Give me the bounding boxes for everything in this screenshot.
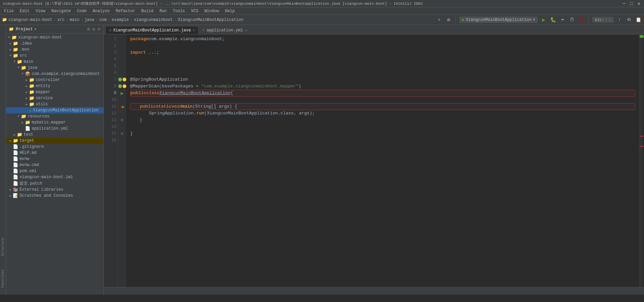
com-crumb[interactable]: com — [99, 18, 107, 22]
tab-application-yml[interactable]: Y application.yml ✕ — [199, 26, 251, 34]
tree-item-resources[interactable]: ▼📁resources — [6, 113, 104, 119]
example-crumb[interactable]: example — [112, 18, 128, 22]
main-crumb[interactable]: main — [70, 18, 80, 22]
project-icon: 📁 — [2, 17, 7, 22]
tree-item-scratches[interactable]: ▶📝Scratches and Consoles — [6, 193, 104, 199]
tree-item-mvnwcmd[interactable]: 📄mvnw.cmd — [6, 162, 104, 168]
favorites-label[interactable]: Favorites — [1, 270, 5, 288]
menu-item-vcs[interactable]: VCS — [188, 8, 201, 14]
tree-item-java[interactable]: ▼📁java — [6, 65, 104, 71]
tree-label-test: test — [24, 132, 33, 137]
update-button[interactable]: ↑ — [616, 16, 623, 24]
gutter-cell-9[interactable]: ▶ — [119, 90, 125, 97]
menu-item-navigate[interactable]: Navigate — [49, 8, 74, 14]
jump-to-source-button[interactable]: ⚡ — [435, 16, 443, 24]
tree-item-mvn[interactable]: ▶📁.mvn — [6, 47, 104, 53]
tree-label-java: java — [28, 65, 37, 70]
tree-item-idea[interactable]: ▶📁.idea — [6, 40, 104, 47]
tree-item-mapper[interactable]: ▶📁mapper — [6, 89, 104, 95]
gutter-cell-7[interactable]: 🟢🟡 — [119, 76, 125, 83]
java-crumb[interactable]: java — [85, 18, 94, 22]
tree-item-com[interactable]: ▼📦com.example.xiangcunmainboot — [6, 71, 104, 77]
menu-item-tools[interactable]: Tools — [170, 8, 188, 14]
tree-label-mainapp: XiangcunMainBootApplication — [33, 108, 98, 113]
tree-item-entity[interactable]: ▶📁entity — [6, 83, 104, 89]
tab-yaml-close[interactable]: ✕ — [245, 28, 247, 32]
menu-item-window[interactable]: Window — [202, 8, 222, 14]
tree-item-appyml[interactable]: 📄application.yml — [6, 126, 104, 132]
run-config-dropdown[interactable]: ▾ — [533, 17, 535, 22]
gutter-cell-15[interactable]: ⊟ — [119, 130, 125, 137]
coverage-button[interactable]: ☂ — [559, 16, 566, 24]
editor-content[interactable]: 12345678910111213141516 🟢🟡🟢🟡▶●▶⊟⊟ packag… — [104, 34, 644, 287]
tree-label-pomxml: pom.xml — [20, 169, 36, 173]
line-num-12: 12 — [107, 110, 116, 117]
tree-item-mybatis[interactable]: ▶📁mybatis.mapper — [6, 119, 104, 126]
tree-item-mainapp[interactable]: ☕XiangcunMainBootApplication — [6, 107, 104, 113]
class-crumb[interactable]: XiangcunMainBootApplication — [178, 18, 243, 22]
menu-item-file[interactable]: File — [1, 8, 17, 14]
gutter-cell-8[interactable]: 🟢🟡 — [119, 83, 125, 90]
collapse-all-icon[interactable]: ⊟ — [87, 26, 90, 32]
code-line-8: @MapperScan(basePackages = "com.example.… — [130, 83, 635, 90]
annotate-button[interactable]: 📋 — [635, 16, 642, 24]
tree-item-xiangcun[interactable]: 📄xiangcun-main-boot.iml — [6, 174, 104, 180]
menu-item-code[interactable]: Code — [74, 8, 89, 14]
line-num-8: 8 — [107, 83, 116, 90]
run-configuration[interactable]: ▶ XiangcunMainBootApplication ▾ — [459, 17, 538, 23]
code-area[interactable]: package com.example.xiangcunmainboot;imp… — [126, 34, 639, 287]
close-button[interactable]: ✕ — [637, 1, 641, 6]
menu-item-view[interactable]: View — [33, 8, 48, 14]
debug-button[interactable]: 🐛 — [549, 16, 557, 24]
toolbar: 📁 xiangcun-main-boot › src › main › java… — [0, 15, 644, 25]
tree-item-pomxml[interactable]: 📄pom.xml — [6, 168, 104, 174]
tree-arrow-mvn: ▶ — [9, 48, 12, 51]
tree-item-root[interactable]: ▼📁xiangcun-main-boot — [6, 34, 104, 40]
tab-main-java[interactable]: J XiangcunMainBootApplication.java ✕ — [105, 26, 199, 34]
pkg-crumb[interactable]: xiangcunmainboot — [134, 18, 173, 22]
tree-item-utils[interactable]: ▶📁utils — [6, 101, 104, 107]
project-dropdown-icon[interactable]: ▾ — [34, 27, 36, 31]
tree-label-xiangcun: xiangcun-main-boot.iml — [20, 175, 73, 180]
stop-button[interactable]: ■ — [578, 16, 585, 24]
menu-item-edit[interactable]: Edit — [17, 8, 32, 14]
run-button[interactable]: ▶ — [540, 16, 547, 24]
tree-item-test[interactable]: ▶📁test — [6, 132, 104, 138]
settings-button[interactable]: ⚙ — [445, 16, 452, 24]
tree-item-helpmd[interactable]: 📄HELP.md — [6, 150, 104, 156]
tree-item-controller[interactable]: ▶📁controller — [6, 77, 104, 83]
tree-item-patch[interactable]: 📄提交.patch — [6, 180, 104, 187]
tree-item-service[interactable]: ▶📁service — [6, 95, 104, 101]
menu-item-run[interactable]: Run — [157, 8, 170, 14]
gutter-cell-11[interactable]: ●▶ — [119, 103, 125, 110]
tree-item-mvnw[interactable]: 📄mvnw — [6, 156, 104, 162]
menu-item-build[interactable]: Build — [139, 8, 156, 14]
line-numbers: 12345678910111213141516 — [104, 34, 118, 287]
line-num-4: 4 — [107, 56, 116, 63]
profile-button[interactable]: ⏱ — [568, 16, 576, 24]
git-indicator[interactable]: Git: ✓ ↓ — [592, 17, 614, 23]
menu-item-analyze[interactable]: Analyze — [90, 8, 112, 14]
project-name[interactable]: xiangcun-main-boot — [8, 18, 52, 22]
right-gutter[interactable] — [639, 34, 644, 287]
breakpoint-icon[interactable]: ● — [119, 104, 122, 109]
tree-item-src[interactable]: ▼📁src — [6, 53, 104, 59]
code-line-6 — [130, 70, 635, 76]
src-crumb[interactable]: src — [57, 18, 65, 22]
minimize-button[interactable]: ─ — [622, 1, 626, 6]
menu-item-refactor[interactable]: Refactor — [113, 8, 138, 14]
vcs-button[interactable]: ⟲ — [625, 16, 633, 24]
tab-java-close[interactable]: ✕ — [193, 28, 195, 32]
menu-item-help[interactable]: Help — [222, 8, 237, 14]
tab-java-icon: J — [109, 28, 111, 32]
gear-icon[interactable]: ⚙ — [97, 26, 101, 32]
structure-label[interactable]: Structure — [1, 238, 5, 256]
tree-item-gitignore[interactable]: 📄.gitignore — [6, 144, 104, 150]
gutter-cell-13[interactable]: ⊟ — [119, 117, 125, 123]
tree-item-external-libraries[interactable]: ▶📚External Libraries — [6, 187, 104, 193]
tree-label-main: main — [24, 59, 33, 64]
tree-item-main[interactable]: ▼📁main — [6, 59, 104, 65]
scroll-from-source-icon[interactable]: ◎ — [92, 26, 96, 32]
tree-item-target[interactable]: ▶📁target — [6, 138, 104, 144]
maximize-button[interactable]: □ — [629, 1, 634, 6]
